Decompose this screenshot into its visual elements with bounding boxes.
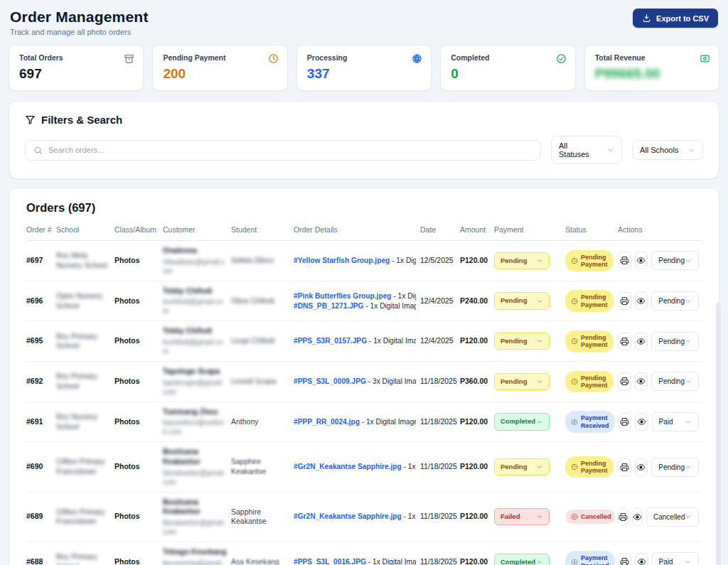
printer-icon [620,337,629,346]
eye-icon [636,296,646,306]
search-input[interactable] [48,146,532,154]
order-amount: P120.00 [460,462,494,472]
chevron-down-icon [536,463,543,470]
order-date: 12/5/2025 [420,256,460,266]
payment-cell: Pending [494,373,565,390]
filters-card: Filters & Search All Statuses All School… [9,101,719,179]
chevron-down-icon [685,298,692,305]
order-student: Asa Kesekang [231,557,294,565]
order-item: #PPS_S3L_0016.JPG - 1x Digital Image [294,557,416,565]
payment-select[interactable]: Pending [494,333,550,350]
payment-select[interactable]: Completed [494,413,550,430]
customer-name: Tebby Chifodi [163,326,227,336]
order-student: Sapphire Keakantse [231,507,294,527]
view-button[interactable] [632,508,643,526]
chevron-down-icon [685,513,692,520]
order-status-select[interactable]: Cancelled [646,507,699,527]
print-button[interactable] [618,252,631,269]
order-status-select-value: Pending [658,377,685,386]
order-date: 11/18/2025 [420,377,460,387]
order-status-select[interactable]: Pending [651,458,699,477]
order-date: 11/18/2025 [420,512,460,522]
order-item: #Gr2N_Keakantse Sapphire.jpg - 1x Digita… [294,512,416,522]
view-button[interactable] [635,372,648,390]
order-id: #690 [26,462,56,472]
order-status-select[interactable]: Pending [651,332,699,351]
clock-icon [571,257,578,264]
payment-cell: Pending [494,252,565,269]
order-item-desc: - 1x Digital I... [402,512,416,520]
view-button[interactable] [635,458,648,476]
order-class-album: Photos [114,462,163,472]
order-item-file-link[interactable]: #PPP_RR_0024.jpg [294,418,360,426]
search-icon [33,146,43,155]
page-header-text: Order Management Track and manage all ph… [10,9,149,36]
print-button[interactable] [618,413,631,431]
status-badge: Payment Received [565,411,615,433]
chevron-down-icon [685,419,692,426]
status-filter-select[interactable]: All Statuses [551,136,622,164]
view-button[interactable] [635,413,648,431]
status-badge: Pending Payment [565,371,614,393]
school-filter-select[interactable]: All Schools [632,140,703,160]
order-item-desc: - 1x Digital Ima... [390,257,416,264]
print-button[interactable] [618,508,628,526]
view-button[interactable] [635,333,648,350]
printer-icon [620,256,629,265]
order-id: #692 [26,377,56,387]
customer-email: tkesommla@gmail.com [163,559,227,565]
view-button[interactable] [635,252,648,269]
customer-name: Onalenna [163,246,227,256]
column-header-order-details: Order Details [294,225,420,235]
order-item-file-link[interactable]: #Pink Butterflies Group.jpeg [294,292,392,300]
clock-icon [571,338,578,345]
view-button[interactable] [635,553,648,565]
clock-icon [571,463,578,470]
order-date: 12/4/2025 [420,336,460,346]
order-item-desc: - 3x Digital Image [366,377,416,385]
banknote-icon [700,53,710,64]
table-scrollbar[interactable] [716,302,721,565]
order-status-select[interactable]: Paid [652,552,699,565]
payment-select[interactable]: Pending [494,373,550,390]
order-item-file-link[interactable]: #PPS_S3L_0009.JPG [294,377,366,385]
table-row: #690 Clifton Primary Francistown Photos … [26,442,702,492]
order-status-select[interactable]: Pending [651,291,699,311]
order-item-file-link[interactable]: #PPS_S3L_0016.JPG [294,558,366,565]
customer-name: Tapologo Scapa [163,367,227,377]
payment-select[interactable]: Pending [494,252,550,269]
customer-name: Bositsana Keakantse [163,447,227,466]
order-item-desc: - 1x Digital Ima... [392,292,416,300]
chevron-down-icon [536,559,543,565]
payment-select[interactable]: Pending [494,458,550,475]
print-button[interactable] [618,553,631,565]
order-item-file-link[interactable]: #DNS_PB_1271.JPG [294,302,364,310]
payment-select[interactable]: Pending [494,292,550,309]
order-id: #689 [26,512,56,522]
order-item-file-link[interactable]: #Gr2N_Keakantse Sapphire.jpg [294,463,402,470]
order-status-select[interactable]: Pending [651,372,699,391]
eye-icon [636,463,646,472]
eye-icon [637,557,646,565]
payment-select[interactable]: Completed [494,554,550,565]
order-status-select[interactable]: Pending [651,251,699,270]
order-school: Roc Primary School [56,552,114,565]
order-item-desc: - 1x Digital Image [366,558,416,565]
payment-select[interactable]: Failed [494,508,550,525]
status-cell: Pending Payment [565,371,618,393]
print-button[interactable] [618,458,631,476]
printer-icon [620,557,629,565]
order-item-file-link[interactable]: #Gr2N_Keakantse Sapphire.jpg [294,512,402,520]
order-item-file-link[interactable]: #PPS_S3R_0157.JPG [294,337,367,345]
view-button[interactable] [635,292,648,310]
export-csv-button[interactable]: Export to CSV [633,9,718,28]
order-customer: Bositsana Keakantse bkeakantse@gmail.com [163,447,231,486]
print-button[interactable] [618,372,631,390]
eye-icon [636,337,646,346]
status-cell: Payment Received [565,551,618,565]
order-item-file-link[interactable]: #Yellow Starfish Group.jpeg [294,257,390,264]
customer-email: tochifodi@gmail.com [163,338,227,356]
order-status-select[interactable]: Paid [652,412,699,431]
print-button[interactable] [618,292,631,310]
print-button[interactable] [618,333,631,350]
